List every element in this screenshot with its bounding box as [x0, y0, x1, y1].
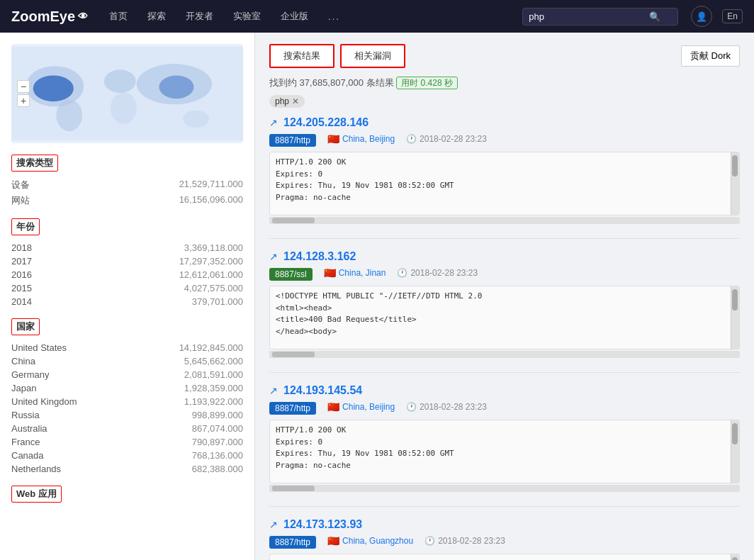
result-country-3[interactable]: 🇨🇳 China, Guangzhou — [327, 535, 413, 547]
nav-developer[interactable]: 开发者 — [179, 7, 220, 26]
result-ip-2[interactable]: 124.193.145.54 — [283, 384, 362, 397]
search-input[interactable] — [529, 11, 649, 22]
result-response-0[interactable]: HTTP/1.0 200 OK Expires: 0 Expires: Thu,… — [269, 152, 740, 215]
result-response-2[interactable]: HTTP/1.0 200 OK Expires: 0 Expires: Thu,… — [269, 420, 740, 483]
sidebar-item-jp[interactable]: Japan 1,928,359.000 — [11, 381, 243, 395]
country-ca-label: Canada — [11, 450, 44, 461]
divider-2 — [269, 506, 740, 507]
result-ip-0[interactable]: 124.205.228.146 — [283, 116, 368, 129]
response-text-0: HTTP/1.0 200 OK Expires: 0 Expires: Thu,… — [276, 157, 733, 203]
tab-vulns[interactable]: 相关漏洞 — [340, 44, 405, 68]
result-country-0[interactable]: 🇨🇳 China, Beijing — [327, 133, 395, 145]
country-name-2: China, Beijing — [342, 402, 395, 412]
sidebar-year-section: 年份 2018 3,369,118.000 2017 17,297,352.00… — [11, 218, 243, 308]
search-icon[interactable]: 🔍 — [649, 11, 660, 22]
eye-icon: 👁 — [78, 11, 88, 22]
result-time-0: 🕐 2018-02-28 23:23 — [406, 134, 487, 144]
zoom-in-button[interactable]: + — [17, 94, 30, 107]
country-ca-count: 768,136.000 — [192, 450, 243, 461]
sidebar-item-2015[interactable]: 2015 4,027,575.000 — [11, 281, 243, 295]
logo: ZoomEye👁 — [11, 9, 88, 25]
nav-explore[interactable]: 探索 — [140, 7, 173, 26]
tab-results[interactable]: 搜索结果 — [269, 44, 334, 68]
country-nl-count: 682,388.000 — [192, 464, 243, 474]
sidebar-item-2018[interactable]: 2018 3,369,118.000 — [11, 241, 243, 254]
clock-icon-0: 🕐 — [406, 134, 417, 144]
result-country-2[interactable]: 🇨🇳 China, Beijing — [327, 401, 395, 413]
website-count: 16,156,096.000 — [179, 194, 243, 207]
navbar: ZoomEye👁 首页 探索 开发者 实验室 企业版 ... 🔍 👤 En — [0, 0, 754, 33]
country-jp-count: 1,928,359.000 — [184, 383, 243, 393]
result-time-3: 🕐 2018-02-28 23:23 — [424, 536, 505, 546]
country-de-count: 2,081,591.000 — [184, 369, 243, 380]
year-section-title: 年份 — [11, 218, 40, 235]
sidebar-item-2016[interactable]: 2016 12,612,061.000 — [11, 268, 243, 281]
flag-2: 🇨🇳 — [327, 401, 339, 413]
device-label: 设备 — [11, 179, 30, 191]
divider-0 — [269, 238, 740, 239]
sidebar-item-cn[interactable]: China 5,645,662.000 — [11, 354, 243, 368]
country-jp-label: Japan — [11, 383, 36, 393]
time-value-3: 2018-02-28 23:23 — [438, 536, 505, 546]
zoom-out-button[interactable]: − — [17, 80, 30, 93]
sidebar-item-de[interactable]: Germany 2,081,591.000 — [11, 368, 243, 381]
logo-text: ZoomEye — [11, 9, 75, 25]
main-content: 搜索结果 相关漏洞 贡献 Dork 找到约 37,685,807,000 条结果… — [255, 33, 754, 560]
sidebar-item-us[interactable]: United States 14,192,845.000 — [11, 341, 243, 354]
sidebar-item-device[interactable]: 设备 21,529,711.000 — [11, 177, 243, 193]
svg-point-7 — [159, 75, 193, 99]
type-section-title: 搜索类型 — [11, 155, 58, 172]
svg-point-4 — [104, 69, 136, 93]
svg-point-3 — [56, 99, 82, 131]
flag-0: 🇨🇳 — [327, 133, 339, 145]
result-body-3: HTTP/1.1 200 OK Connection: close Date: … — [269, 554, 740, 560]
sidebar-item-2017[interactable]: 2017 17,297,352.000 — [11, 254, 243, 268]
user-icon[interactable]: 👤 — [691, 6, 712, 27]
port-badge-1[interactable]: 8887/ssl — [269, 268, 313, 281]
country-de-label: Germany — [11, 369, 49, 380]
result-response-1[interactable]: <!DOCTYPE HTML PUBLIC "-//IETF//DTD HTML… — [269, 286, 740, 349]
nav-home[interactable]: 首页 — [102, 7, 135, 26]
link-icon-3: ↗ — [269, 519, 278, 530]
sidebar-webapp-section: Web 应用 — [11, 486, 243, 508]
port-badge-0[interactable]: 8887/http — [269, 134, 316, 147]
result-response-3[interactable]: HTTP/1.1 200 OK Connection: close Date: … — [269, 554, 740, 560]
results-count: 找到约 37,685,807,000 条结果 — [269, 77, 394, 88]
nav-enterprise[interactable]: 企业版 — [274, 7, 315, 26]
lang-switcher[interactable]: En — [722, 9, 743, 23]
sidebar-item-fr[interactable]: France 790,897.000 — [11, 435, 243, 449]
year-2017-count: 17,297,352.000 — [179, 256, 243, 267]
result-card-0: ↗ 124.205.228.146 8887/http 🇨🇳 China, Be… — [269, 116, 740, 224]
sidebar-country-section: 国家 United States 14,192,845.000 China 5,… — [11, 318, 243, 476]
port-badge-2[interactable]: 8887/http — [269, 402, 316, 415]
country-au-label: Australia — [11, 423, 47, 434]
result-country-1[interactable]: 🇨🇳 China, Jinan — [324, 267, 386, 279]
flag-3: 🇨🇳 — [327, 535, 339, 547]
response-text-2: HTTP/1.0 200 OK Expires: 0 Expires: Thu,… — [276, 425, 733, 471]
sidebar-item-website[interactable]: 网站 16,156,096.000 — [11, 193, 243, 208]
sidebar-item-nl[interactable]: Netherlands 682,388.000 — [11, 462, 243, 476]
contribute-button[interactable]: 贡献 Dork — [681, 45, 740, 67]
result-body-2: HTTP/1.0 200 OK Expires: 0 Expires: Thu,… — [269, 420, 740, 483]
sidebar-item-2014[interactable]: 2014 379,701.000 — [11, 295, 243, 308]
nav-search-box: 🔍 — [522, 8, 678, 26]
sidebar-item-uk[interactable]: United Kingdom 1,193,922.000 — [11, 395, 243, 408]
sidebar-item-ru[interactable]: Russia 998,899.000 — [11, 408, 243, 422]
hscroll-2 — [269, 485, 740, 492]
nav-more[interactable]: ... — [321, 9, 347, 25]
year-2016-label: 2016 — [11, 269, 32, 280]
sidebar-item-ca[interactable]: Canada 768,136.000 — [11, 449, 243, 462]
result-card-3: ↗ 124.173.123.93 8887/http 🇨🇳 China, Gua… — [269, 518, 740, 560]
year-2016-count: 12,612,061.000 — [179, 269, 243, 280]
port-badge-3[interactable]: 8887/http — [269, 536, 316, 549]
year-2018-label: 2018 — [11, 242, 32, 253]
country-section-title: 国家 — [11, 318, 40, 335]
time-value-0: 2018-02-28 23:23 — [420, 134, 487, 144]
result-ip-1[interactable]: 124.128.3.162 — [283, 250, 356, 263]
svg-point-8 — [183, 111, 209, 128]
nav-lab[interactable]: 实验室 — [226, 7, 268, 26]
result-ip-3[interactable]: 124.173.123.93 — [283, 518, 362, 531]
filter-remove-button[interactable]: ✕ — [292, 96, 299, 106]
sidebar-item-au[interactable]: Australia 867,074.000 — [11, 422, 243, 435]
result-meta-1: 🇨🇳 China, Jinan 🕐 2018-02-28 23:23 — [324, 267, 478, 279]
